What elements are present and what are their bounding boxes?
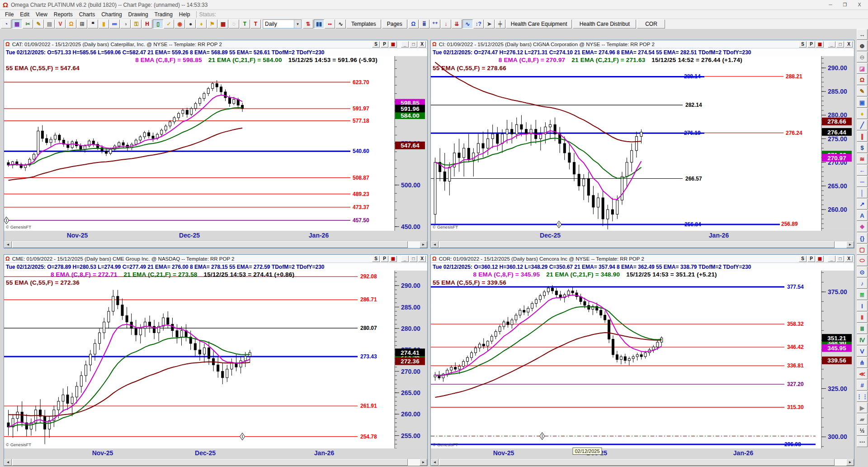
scrollbar-thumb[interactable] (439, 241, 835, 248)
image-icon[interactable]: ▣ (857, 97, 868, 108)
bell-icon[interactable]: ♦ (196, 19, 207, 29)
key-icon[interactable]: ⚿ (131, 19, 142, 29)
chart-settings-icon[interactable]: ▦ (389, 41, 397, 48)
grid-bars-icon[interactable]: # (857, 380, 868, 391)
menu-drawing[interactable]: Drawing (125, 10, 151, 19)
print-button[interactable]: P (807, 256, 815, 262)
volume-bars-icon[interactable]: ▮▮ (314, 19, 324, 29)
wand-icon[interactable]: ✎ (33, 19, 44, 29)
gauge-icon[interactable]: ◉ (175, 19, 185, 29)
grid-dots-icon[interactable]: ⋮⋮ (857, 391, 868, 402)
scroll-left-arrow[interactable]: ◄ (431, 241, 439, 248)
circle-target-icon[interactable]: ⊙ (857, 267, 868, 277)
menu-view[interactable]: View (33, 10, 51, 19)
sector-button-2[interactable]: Health Care Distribut (573, 19, 636, 29)
chart-area[interactable]: 255.00260.00265.00270.00275.00280.00285.… (4, 271, 427, 448)
panel-maximize-button[interactable]: □ (836, 256, 844, 262)
panel-minimize-button[interactable]: _ (401, 41, 409, 48)
h-red-icon[interactable]: H (142, 19, 152, 29)
ibeam5-icon[interactable]: Ⅴ (857, 346, 868, 357)
search-icon[interactable]: ◌ (229, 19, 239, 29)
symbol-button[interactable]: S (372, 41, 380, 48)
arrow-up-right-icon[interactable]: ↗ (857, 199, 868, 210)
red-grid-icon[interactable]: ▦ (218, 19, 228, 29)
horizontal-scrollbar[interactable]: ◄► (431, 458, 854, 466)
scroll-right-arrow[interactable]: ► (846, 459, 854, 466)
vertical-line-icon[interactable]: │ (857, 187, 868, 198)
menu-edit[interactable]: Edit (17, 10, 33, 19)
text-minus-icon[interactable]: T (250, 19, 261, 29)
alert-bell-icon[interactable]: ♦ (857, 108, 868, 119)
scrollbar-track[interactable] (439, 241, 846, 248)
bars-compare-icon[interactable]: ⅲ (419, 19, 429, 29)
levels-icon[interactable]: ≣ (857, 289, 868, 300)
scroll-left-arrow[interactable]: ◄ (4, 241, 12, 248)
camera-icon[interactable]: ● (185, 19, 196, 29)
spreadsheet-icon[interactable]: ⊞ (77, 19, 87, 29)
arrows-question-icon[interactable]: ↕? (473, 19, 484, 29)
menu-charting[interactable]: Charting (98, 10, 125, 19)
updown-bars-icon[interactable]: ⇅ (303, 19, 313, 29)
symbol-button[interactable]: S (799, 256, 807, 262)
chart-area[interactable]: 260.00265.00270.00275.00280.00285.00290.… (431, 56, 854, 231)
play-icon[interactable]: ▶ (857, 402, 868, 413)
ibeam4-icon[interactable]: Ⅳ (857, 334, 868, 345)
hatch-lines-icon[interactable]: ≋ (857, 153, 868, 164)
pencil-icon[interactable]: ✓ (164, 19, 174, 29)
panel-maximize-button[interactable]: □ (410, 256, 417, 262)
scrollbar-thumb[interactable] (439, 459, 835, 466)
sector-button-3[interactable]: COR (637, 19, 665, 29)
printer-icon[interactable]: ▤ (44, 19, 55, 29)
edit-pencil-icon[interactable]: ✎ (857, 86, 868, 96)
flag-grid-icon[interactable]: ⚑ (207, 19, 217, 29)
zoom-out-icon[interactable]: ⊖ (857, 52, 868, 62)
watchlist-icon[interactable]: ≔ (109, 19, 120, 29)
dollar-line-icon[interactable]: $ (857, 142, 868, 153)
sector-button-1[interactable]: Health Care Equipment (506, 19, 572, 29)
panel-close-button[interactable]: X (418, 41, 426, 48)
templates-button[interactable]: Templates (346, 19, 381, 29)
scroll-right-arrow[interactable]: ► (420, 459, 427, 466)
omega-blue-icon[interactable]: Ω (408, 19, 419, 29)
ellipse-icon[interactable]: ⬭ (857, 255, 868, 266)
chart-settings-icon[interactable]: ▦ (389, 256, 397, 262)
price-chart-svg[interactable]: 260.00265.00270.00275.00280.00285.00290.… (431, 56, 854, 231)
menu-reports[interactable]: Reports (51, 10, 76, 19)
print-button[interactable]: P (381, 41, 388, 48)
chart-area[interactable]: 300.00325.00350.00375.00296.08377.54358.… (431, 271, 854, 448)
colored-bars-icon[interactable]: ▪▪ (325, 19, 335, 29)
chart-settings-icon[interactable]: ▦ (816, 256, 824, 262)
ibeam1-icon[interactable]: Ⅰ (857, 300, 868, 311)
gear-icon[interactable]: ◑ (120, 19, 131, 29)
eraser-icon[interactable]: ◪ (857, 63, 868, 74)
omega-icon[interactable]: Ω (857, 74, 868, 85)
menu-trading[interactable]: Trading (151, 10, 176, 19)
wave-icon[interactable]: ∿ (462, 19, 473, 29)
window-minimize-button[interactable]: ─ (824, 1, 837, 9)
chart-area[interactable]: 450.00500.00550.00600.00623.70591.97577.… (4, 56, 427, 231)
arrow-left-icon[interactable]: ← (857, 165, 868, 176)
chart-settings-icon[interactable]: ▦ (816, 41, 824, 48)
quotes-globe-icon[interactable]: ◔ (1, 19, 11, 29)
shapes-icon[interactable]: ❖ (857, 221, 868, 232)
bar-width-icon[interactable]: ↔ (857, 29, 868, 40)
shape-overlay-icon[interactable]: ▢ (857, 244, 868, 255)
horizontal-scrollbar[interactable]: ◄► (431, 241, 854, 248)
horizontal-scrollbar[interactable]: ◄► (4, 241, 427, 248)
period-select[interactable]: Daily ▼ (263, 19, 302, 29)
scroll-left-arrow[interactable]: ◄ (4, 459, 12, 466)
scrollbar-thumb[interactable] (12, 241, 408, 248)
panel-minimize-button[interactable]: _ (401, 256, 409, 262)
crosshair-icon[interactable]: ╪ (495, 19, 505, 29)
menu-help[interactable]: Help (176, 10, 193, 19)
fan-lines-icon[interactable]: ≪ (857, 368, 868, 379)
numbers-icon[interactable]: ½ (857, 425, 868, 436)
panel-titlebar[interactable]: ΩCOR: 01/09/2022 - 15/12/2025 (Daily bar… (431, 255, 854, 263)
down-bars2-icon[interactable]: ⇊ (452, 19, 462, 29)
trendline-icon[interactable]: ╱ (857, 119, 868, 130)
panel-minimize-button[interactable]: _ (828, 256, 835, 262)
panel-close-button[interactable]: X (418, 256, 426, 262)
print-button[interactable]: P (807, 41, 815, 48)
quotes-icon[interactable]: ❝ (88, 19, 98, 29)
panel-close-button[interactable]: X (845, 41, 853, 48)
